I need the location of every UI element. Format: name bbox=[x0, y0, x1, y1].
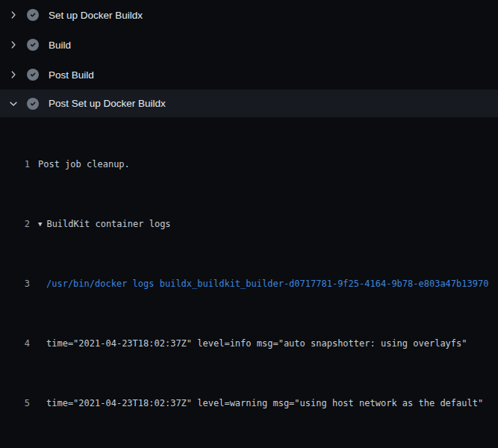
check-circle-icon bbox=[27, 39, 39, 51]
step-header-set-up-docker-buildx[interactable]: Set up Docker Buildx bbox=[0, 0, 498, 30]
step-label: Post Set up Docker Buildx bbox=[49, 98, 166, 109]
group-label[interactable]: BuildKit container logs bbox=[46, 219, 170, 229]
log-line-number[interactable]: 5 bbox=[0, 396, 30, 411]
log-line-text: /usr/bin/docker logs buildx_buildkit_bui… bbox=[38, 276, 488, 291]
log-line-text: Post job cleanup. bbox=[38, 157, 130, 172]
check-circle-icon bbox=[27, 9, 39, 21]
step-label: Post Build bbox=[49, 69, 94, 81]
log-line-number[interactable]: 1 bbox=[0, 157, 30, 172]
log-viewer: 1 Post job cleanup. 2 ▼BuildKit containe… bbox=[0, 117, 498, 448]
step-label: Set up Docker Buildx bbox=[49, 10, 143, 21]
log-line: 3 /usr/bin/docker logs buildx_buildkit_b… bbox=[0, 276, 498, 291]
log-line-number[interactable]: 2 bbox=[0, 217, 30, 231]
step-header-post-build[interactable]: Post Build bbox=[0, 60, 498, 90]
check-circle-icon bbox=[27, 98, 39, 110]
step-label: Build bbox=[49, 40, 71, 51]
log-line-text: ▼BuildKit container logs bbox=[38, 217, 171, 231]
log-line-number[interactable]: 3 bbox=[0, 276, 30, 291]
step-header-build[interactable]: Build bbox=[0, 30, 498, 60]
workflow-steps-list: Set up Docker Buildx Build bbox=[0, 0, 498, 117]
chevron-down-icon bbox=[7, 98, 19, 110]
log-line-text: time="2021-04-23T18:02:37Z" level=warnin… bbox=[38, 396, 483, 411]
log-line: 1 Post job cleanup. bbox=[0, 157, 498, 172]
log-line-text: time="2021-04-23T18:02:37Z" level=info m… bbox=[38, 336, 467, 351]
log-line: 4 time="2021-04-23T18:02:37Z" level=info… bbox=[0, 336, 498, 351]
check-circle-icon bbox=[27, 69, 39, 81]
chevron-right-icon bbox=[7, 39, 19, 51]
log-line: 5 time="2021-04-23T18:02:37Z" level=warn… bbox=[0, 396, 498, 411]
step-header-post-set-up-docker-buildx[interactable]: Post Set up Docker Buildx bbox=[0, 90, 498, 117]
group-disclosure-icon[interactable]: ▼ bbox=[38, 217, 42, 231]
log-line-number[interactable]: 4 bbox=[0, 336, 30, 351]
chevron-right-icon bbox=[7, 69, 19, 81]
log-line: 2 ▼BuildKit container logs bbox=[0, 217, 498, 231]
chevron-right-icon bbox=[7, 9, 19, 21]
